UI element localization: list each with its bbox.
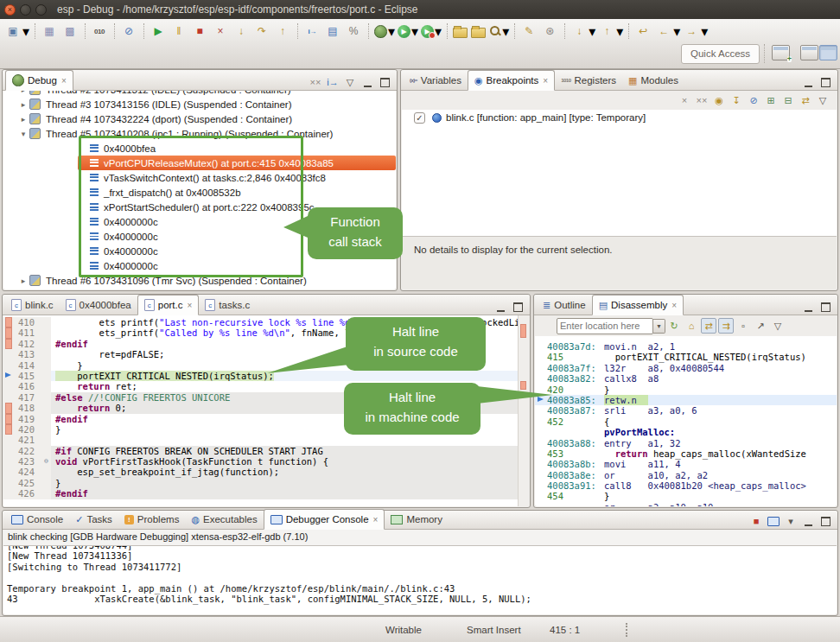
tab-console[interactable]: Console — [5, 510, 69, 529]
fold-bar[interactable] — [41, 349, 51, 359]
stack-frame-row[interactable]: vTaskSwitchContext() at tasks.c:2,846 0x… — [3, 170, 396, 185]
maximize-icon[interactable] — [377, 74, 392, 90]
fold-bar[interactable] — [41, 446, 51, 456]
skip-all-breakpoints-icon[interactable]: ⊘ — [746, 92, 761, 108]
tab-debug[interactable]: Debug× — [5, 70, 73, 91]
tab-breakpoints[interactable]: ◉Breakpoints× — [468, 70, 555, 91]
annotation-ruler[interactable] — [3, 371, 15, 381]
stack-frame-row[interactable]: _frxt_dispatch() at 0x4008532b — [3, 185, 396, 200]
expander-icon[interactable]: ▾ — [19, 130, 28, 138]
collapse-all-icon[interactable]: ⊟ — [780, 92, 796, 108]
tab-tasks[interactable]: ✓Tasks — [69, 510, 118, 529]
open-perspective-icon[interactable]: + — [772, 45, 790, 60]
dropdown-icon[interactable]: ▾ — [22, 23, 29, 40]
annotation-ruler[interactable] — [3, 360, 15, 371]
fold-bar[interactable] — [41, 403, 51, 413]
remove-all-icon[interactable]: ×× — [694, 92, 710, 108]
overview-annotation-mark[interactable] — [520, 324, 526, 338]
coverage-icon[interactable]: ▶▾ — [420, 23, 442, 40]
pin-console-icon[interactable]: ▤ — [323, 22, 342, 40]
stack-frame-row[interactable]: 0x4000bfea — [3, 141, 396, 156]
debug-thread-tree[interactable]: ▸Thread #2 1073411312 (IDLE) (Suspended … — [3, 91, 396, 289]
tab-executables[interactable]: ◍Executables — [185, 510, 263, 529]
tab-outline[interactable]: ≣Outline — [537, 296, 592, 315]
disconnect-icon[interactable]: × — [211, 22, 230, 40]
save-icon[interactable]: ▦ — [40, 22, 59, 40]
open-resource-icon[interactable] — [470, 25, 487, 38]
annotation-ruler[interactable] — [3, 478, 15, 488]
line-number[interactable]: 418 — [15, 403, 41, 413]
fold-bar[interactable] — [41, 392, 51, 403]
view-menu-icon[interactable]: ▽ — [342, 74, 358, 90]
line-number[interactable]: 413 — [15, 349, 41, 359]
view-menu-icon[interactable]: ▽ — [815, 92, 830, 108]
location-dropdown-icon[interactable]: ▼ — [653, 319, 665, 334]
run-icon[interactable]: ▶▾ — [397, 23, 418, 40]
instruction-step-icon[interactable]: i→ — [302, 22, 321, 40]
tab-close-icon[interactable]: × — [373, 515, 379, 524]
fold-bar[interactable] — [41, 488, 51, 499]
dropdown-icon[interactable]: ▾ — [502, 23, 509, 40]
debug-perspective-icon[interactable] — [819, 45, 837, 60]
checkbox[interactable]: ✓ — [414, 112, 425, 124]
line-number[interactable]: 412 — [15, 339, 41, 349]
minimize-icon[interactable] — [800, 299, 816, 315]
thread-row[interactable]: ▸Thread #6 1073431096 (Tmr Svc) (Suspend… — [3, 273, 396, 288]
tab-disassembly[interactable]: ▤Disassembly× — [592, 295, 684, 315]
fold-bar[interactable] — [41, 339, 51, 349]
last-edit-icon[interactable]: ↩ — [633, 22, 652, 40]
profile-icon[interactable]: % — [344, 22, 363, 40]
refresh-icon[interactable]: ↻ — [666, 318, 682, 334]
new-disassembly-icon[interactable]: ▫ — [735, 318, 751, 334]
line-number[interactable]: 426 — [15, 488, 41, 499]
step-into-icon[interactable]: ↓ — [232, 22, 251, 40]
fold-bar[interactable] — [41, 381, 51, 391]
fold-bar[interactable] — [41, 414, 51, 424]
tab-close-icon[interactable]: × — [61, 76, 67, 86]
dropdown-icon[interactable]: ▾ — [616, 23, 623, 40]
stack-frame-row[interactable]: 0x4000000c — [3, 258, 396, 273]
overview-ruler[interactable] — [518, 315, 529, 506]
tab-port-c[interactable]: cport.c× — [137, 295, 200, 315]
line-number[interactable]: 411 — [15, 327, 41, 338]
fold-bar[interactable] — [41, 478, 51, 488]
mark-occurrences-icon[interactable]: ✎ — [519, 22, 538, 40]
view-menu-icon[interactable]: ▽ — [770, 318, 786, 334]
tab-problems[interactable]: !Problems — [118, 510, 186, 529]
tab-modules[interactable]: ▦Modules — [622, 71, 684, 90]
tab-variables[interactable]: (x)=Variables — [404, 71, 468, 90]
minimize-icon[interactable] — [800, 513, 816, 529]
line-number[interactable]: 425 — [15, 478, 41, 488]
dropdown-icon[interactable]: ▾ — [411, 23, 418, 40]
line-number[interactable]: 414 — [15, 360, 41, 371]
line-number[interactable]: 415 — [15, 371, 41, 381]
dropdown-icon[interactable]: ▾ — [589, 23, 595, 40]
tab-blink-c[interactable]: cblink.c — [5, 296, 60, 315]
expander-icon[interactable]: ▸ — [19, 91, 28, 94]
thread-row[interactable]: ▾Thread #5 1073410208 (ipc1 : Running) (… — [3, 126, 396, 141]
annotation-ruler[interactable] — [3, 456, 15, 467]
expander-icon[interactable]: ▸ — [19, 115, 28, 124]
prev-annotation-icon[interactable]: ↑▾ — [597, 22, 623, 40]
tab-close-icon[interactable]: × — [671, 301, 677, 310]
fold-bar[interactable] — [41, 327, 51, 338]
line-number[interactable]: 423 — [15, 456, 41, 467]
disassembly-listing[interactable]: 40083a7d:movi.n a2, 1415 portEXIT_CRITIC… — [535, 336, 837, 506]
next-annotation-icon[interactable]: ↓▾ — [570, 22, 595, 40]
annotation-ruler[interactable] — [3, 488, 15, 499]
resource-perspective-icon[interactable] — [800, 45, 818, 60]
annotation-ruler[interactable] — [3, 467, 15, 477]
thread-row[interactable]: ▸Thread #2 1073411312 (IDLE) (Suspended … — [3, 91, 396, 97]
tab-close-icon[interactable]: × — [188, 301, 193, 310]
maximize-icon[interactable] — [510, 299, 525, 315]
tab-0x4000bfea[interactable]: c0x4000bfea — [60, 296, 137, 315]
back-icon[interactable]: ←▾ — [654, 22, 680, 40]
resume-icon[interactable]: ▶ — [149, 22, 168, 40]
tab-memory[interactable]: Memory — [385, 510, 449, 529]
fold-bar[interactable] — [41, 435, 51, 445]
console-output[interactable]: [New Thread 1073408744][New Thread 10734… — [3, 545, 837, 614]
minimize-icon[interactable] — [800, 74, 816, 90]
console-menu-icon[interactable]: ▾ — [783, 513, 799, 529]
quick-access-button[interactable]: Quick Access — [681, 44, 760, 64]
follow-pc-icon[interactable]: ⇉ — [718, 318, 734, 334]
